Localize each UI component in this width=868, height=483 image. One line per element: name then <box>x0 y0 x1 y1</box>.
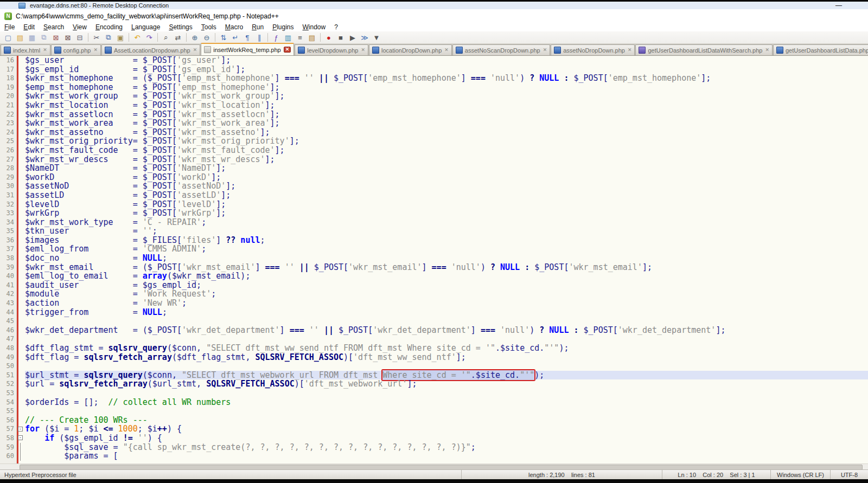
line-number[interactable]: 17 <box>0 65 16 74</box>
code-text[interactable]: $wrkGrp = $_POST['wrkGrp']; <box>25 209 868 218</box>
code-line[interactable]: 37$eml_log_from = 'CMMS ADMIN'; <box>0 244 868 254</box>
line-number[interactable]: 30 <box>0 182 16 191</box>
line-number[interactable]: 35 <box>0 227 16 236</box>
code-text[interactable] <box>25 407 868 416</box>
tab-close-icon[interactable]: ✕ <box>93 48 98 53</box>
function-list-icon[interactable]: ƒ <box>271 32 282 43</box>
code-text[interactable]: $gs_user = $_POST['gs_user']; <box>25 56 868 65</box>
code-line[interactable]: 16$gs_user = $_POST['gs_user']; <box>0 56 868 65</box>
code-text[interactable]: $wkr_mst_assetno = $_POST['wkr_mst_asset… <box>25 128 868 137</box>
line-number[interactable]: 23 <box>0 119 16 128</box>
code-text[interactable]: $wkr_mst_work_area = $_POST['wkr_mst_wor… <box>25 119 868 128</box>
tab-AssetLocationDropdown-php[interactable]: AssetLocationDropdown.php✕ <box>101 44 200 55</box>
tab-index-html[interactable]: index.html✕ <box>1 44 50 55</box>
line-number[interactable]: 57 <box>0 424 16 434</box>
close-all-icon[interactable]: ⊠ <box>62 32 73 43</box>
fold-collapse-icon[interactable]: - <box>18 435 23 440</box>
word-wrap-icon[interactable]: ↵ <box>230 32 241 43</box>
line-number[interactable]: 43 <box>0 299 16 308</box>
menu-item--[interactable]: ? <box>330 23 342 31</box>
line-number[interactable]: 54 <box>0 398 16 407</box>
tab-close-icon[interactable]: ✕ <box>765 48 769 53</box>
code-line[interactable]: 27$wkr_mst_wr_descs = $_POST['wkr_mst_wr… <box>0 155 868 164</box>
line-number[interactable]: 34 <box>0 218 16 227</box>
tab-close-icon[interactable]: ✕ <box>361 48 365 53</box>
code-text[interactable]: $assetLD = $_POST['assetLD']; <box>25 191 868 200</box>
zoom-out-icon[interactable]: ⊖ <box>201 32 212 43</box>
tab-insertWorkReq_temp-php[interactable]: insertWorkReq_temp.php✕ <box>201 43 294 55</box>
code-text[interactable]: $doc_no = NULL; <box>25 254 868 263</box>
find-icon[interactable]: ⌕ <box>161 32 171 43</box>
rdp-minimize-button[interactable]: — <box>835 3 842 8</box>
code-line[interactable]: 43$action = 'New WR'; <box>0 299 868 308</box>
code-text[interactable]: $audit_user = $gs_empl_id; <box>25 281 868 290</box>
code-text[interactable]: $dft_flag_stmt = sqlsrv_query($conn, "SE… <box>25 344 868 353</box>
status-encoding[interactable]: UTF-8 <box>830 470 868 479</box>
code-text[interactable]: $eml_log_from = 'CMMS ADMIN'; <box>25 244 868 254</box>
line-number[interactable]: 52 <box>0 379 16 389</box>
code-line[interactable]: 42$module = 'Work Request'; <box>0 289 868 299</box>
code-text[interactable]: $url = sqlsrv_fetch_array($url_stmt, SQL… <box>25 379 868 389</box>
sync-vertical-scrolling-icon[interactable]: ⇅ <box>218 32 229 43</box>
line-number[interactable]: 24 <box>0 128 16 137</box>
code-line[interactable]: 26$wkr_mst_fault_code = $_POST['wkr_mst_… <box>0 146 868 155</box>
code-line[interactable]: 51$url_stmt = sqlsrv_query($conn, "SELEC… <box>0 371 868 380</box>
line-number[interactable]: 59 <box>0 443 16 452</box>
code-line[interactable]: 60 $params = [ <box>0 452 868 461</box>
code-line[interactable]: 25$wkr_mst_orig_priority= $_POST['wkr_ms… <box>0 137 868 146</box>
code-line[interactable]: 34$wkr_mst_work_type = 'C - REPAIR'; <box>0 218 868 227</box>
code-line[interactable]: 21$wkr_mst_location = $_POST['wkr_mst_lo… <box>0 101 868 110</box>
code-line[interactable]: 41$audit_user = $gs_empl_id; <box>0 281 868 290</box>
line-number[interactable]: 51 <box>0 371 16 380</box>
print-icon[interactable]: ⊟ <box>74 32 85 43</box>
macro-stop-icon[interactable]: ■ <box>335 32 346 43</box>
code-text[interactable]: // --- Create 100 WRs --- <box>25 416 868 425</box>
code-text[interactable]: $wkr_mst_email = ($_POST['wkr_mst_email'… <box>25 263 868 272</box>
code-text[interactable]: $workD = $_POST['workD']; <box>25 173 868 182</box>
line-number[interactable]: 41 <box>0 281 16 290</box>
code-text[interactable]: $dft_flag = sqlsrv_fetch_array($dft_flag… <box>25 353 868 362</box>
code-text[interactable]: $wkr_det_department = ($_POST['wkr_det_d… <box>25 326 868 335</box>
line-number[interactable]: 18 <box>0 74 16 83</box>
tab-assetNoScanDropDown-php[interactable]: assetNoScanDropDown.php✕ <box>452 44 550 55</box>
save-all-icon[interactable]: ⧉ <box>39 32 49 43</box>
code-line[interactable]: 31$assetLD = $_POST['assetLD']; <box>0 191 868 200</box>
code-text[interactable]: $wkr_mst_wr_descs = $_POST['wkr_mst_wr_d… <box>25 155 868 164</box>
undo-icon[interactable]: ↶ <box>132 32 143 43</box>
menu-item-window[interactable]: Window <box>298 23 330 31</box>
editor-area[interactable]: 16$gs_user = $_POST['gs_user'];17$gs_emp… <box>0 56 868 463</box>
code-line[interactable]: 29$workD = $_POST['workD']; <box>0 173 868 182</box>
macro-run-multiple-icon[interactable]: ≫ <box>359 32 370 43</box>
code-text[interactable] <box>25 334 868 344</box>
code-line[interactable]: 33$wrkGrp = $_POST['wrkGrp']; <box>0 209 868 218</box>
code-line[interactable]: 17$gs_empl_id = $_POST['gs_empl_id']; <box>0 65 868 74</box>
document-list-icon[interactable]: ≡ <box>295 32 305 43</box>
code-text[interactable]: $emp_mst_homephone = $_POST['emp_mst_hom… <box>25 83 868 92</box>
menu-item-encoding[interactable]: Encoding <box>91 23 127 31</box>
tab-close-icon[interactable]: ✕ <box>43 48 47 53</box>
show-all-characters-icon[interactable]: ¶ <box>242 32 253 43</box>
tab-close-icon[interactable]: ✕ <box>193 48 197 53</box>
menu-item-macro[interactable]: Macro <box>221 23 247 31</box>
code-line[interactable]: 36$images = $_FILES['files'] ?? null; <box>0 236 868 245</box>
code-line[interactable]: 18$wkr_mst_homephone = ($_POST['emp_mst_… <box>0 74 868 83</box>
line-number[interactable]: 50 <box>0 362 16 371</box>
code-text[interactable]: $params = [ <box>25 452 868 461</box>
code-line[interactable]: 58- if ($gs_empl_id != '') { <box>0 434 868 443</box>
line-number[interactable]: 20 <box>0 92 16 101</box>
code-text[interactable]: $wkr_mst_assetlocn = $_POST['wkr_mst_ass… <box>25 110 868 119</box>
code-text[interactable]: $orderIds = []; // collect all WR number… <box>25 398 868 407</box>
line-number[interactable]: 26 <box>0 146 16 155</box>
code-text[interactable] <box>25 362 868 371</box>
line-number[interactable]: 25 <box>0 137 16 146</box>
line-number[interactable]: 19 <box>0 83 16 92</box>
code-text[interactable]: $wkr_mst_work_type = 'C - REPAIR'; <box>25 218 868 227</box>
menu-item-plugins[interactable]: Plugins <box>268 23 298 31</box>
code-line[interactable]: 23$wkr_mst_work_area = $_POST['wkr_mst_w… <box>0 119 868 128</box>
code-line[interactable]: 48$dft_flag_stmt = sqlsrv_query($conn, "… <box>0 344 868 353</box>
code-text[interactable]: $NameDT = $_POST['NameDT']; <box>25 164 868 173</box>
copy-icon[interactable]: ⧉ <box>103 32 114 43</box>
code-line[interactable]: 19$emp_mst_homephone = $_POST['emp_mst_h… <box>0 83 868 92</box>
menu-item-settings[interactable]: Settings <box>164 23 196 31</box>
code-line[interactable]: 59 $sql_save = "{call sp_wkr_mst_create(… <box>0 443 868 452</box>
